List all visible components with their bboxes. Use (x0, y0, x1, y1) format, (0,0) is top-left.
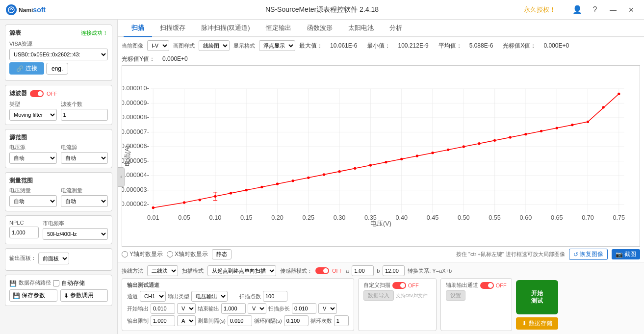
filter-type-select[interactable]: Moving filter (9, 109, 57, 121)
minimize-button[interactable]: — (606, 4, 620, 16)
source-range-section: 源范围 电压源 自动 电流源 自动 (5, 129, 112, 168)
svg-point-78 (540, 130, 542, 132)
visa-select[interactable]: USB0::0x05E6::0x2602::43: (9, 49, 108, 60)
aux-channel-toggle[interactable] (480, 282, 494, 289)
save-params-button[interactable]: 💾 保存参数 (9, 289, 57, 302)
current-measure-select[interactable]: 自动 (61, 195, 108, 207)
filter-count-input[interactable] (61, 109, 108, 121)
scan-step-input[interactable] (292, 303, 316, 314)
svg-text:0.55: 0.55 (489, 214, 501, 221)
static-button[interactable]: 静态 (212, 249, 232, 259)
start-output-label: 开始输出 (127, 305, 149, 312)
bottom-row1: 接线方法 二线法 扫描模式 从起点到终点单向扫描 传感器模式： OFF a b … (122, 265, 640, 276)
screenshot-button[interactable]: 📷 截图 (612, 249, 640, 259)
tab-scan[interactable]: 扫描 (124, 20, 152, 37)
svg-point-56 (199, 199, 201, 201)
sensor-b-label: b (377, 268, 380, 274)
svg-point-60 (260, 186, 263, 188)
output-limit-input[interactable] (151, 315, 175, 326)
y-log-radio[interactable] (122, 251, 128, 257)
display-label: 显示格式 (233, 42, 255, 50)
chart-toolbar: 当前图像 I-V 画图样式 线绘图 显示格式 浮点显示 最大值： 10.061E… (122, 40, 640, 63)
save-data-label: 数据存储 (529, 319, 552, 328)
svg-text:0.70: 0.70 (582, 214, 594, 221)
auto-save-row: 自动存储 (53, 279, 85, 287)
freq-col: 市电频率 50Hz/400Hz (43, 220, 108, 240)
aux-set-row: 设置 (446, 290, 507, 301)
channel-panel-title: 输出测试通道 (127, 282, 349, 289)
wiring-select[interactable]: 二线法 (147, 265, 178, 276)
channel-panel: 输出测试通道 通道 CH1 输出类型 电压输出 扫描点数 (122, 278, 354, 331)
svg-point-66 (354, 167, 356, 170)
sensor-a-input[interactable] (352, 265, 374, 276)
tab-constant-output[interactable]: 恒定输出 (258, 20, 299, 37)
nplc-section: NPLC 市电频率 50Hz/400Hz (5, 215, 112, 244)
svg-text:0.65: 0.65 (551, 214, 563, 221)
scan-step-unit-select[interactable]: V (318, 303, 337, 314)
tab-analysis[interactable]: 分析 (382, 20, 410, 37)
avg-label: 平均值： (438, 42, 462, 49)
voltage-source-select[interactable]: 自动 (9, 152, 57, 164)
freq-select[interactable]: 50Hz/400Hz (43, 228, 108, 240)
tab-solar[interactable]: 太阳电池 (340, 20, 382, 37)
output-type-select[interactable]: 电压输出 (191, 291, 228, 302)
channel-select[interactable]: CH1 (140, 291, 166, 302)
svg-point-55 (183, 201, 185, 204)
aux-set-button[interactable]: 设置 (446, 290, 465, 301)
current-source-select[interactable]: 自动 (61, 152, 108, 164)
voltage-measure-select[interactable]: 自动 (9, 195, 57, 207)
tab-wave[interactable]: 函数波形 (299, 20, 340, 37)
restore-button[interactable]: ↺ 恢复图像 (569, 249, 608, 260)
help-icon[interactable]: ? (588, 3, 602, 17)
display-select[interactable]: 浮点显示 (259, 40, 295, 51)
sensor-toggle[interactable] (315, 267, 329, 274)
filter-toggle[interactable] (30, 90, 44, 97)
end-unit-select[interactable]: V (248, 303, 266, 314)
measure-interval-input[interactable] (228, 315, 252, 326)
auto-save-checkbox[interactable] (53, 280, 59, 286)
style-select[interactable]: 线绘图 (199, 40, 230, 51)
visa-label: VISA资源 (9, 40, 108, 48)
svg-point-71 (431, 152, 434, 154)
eng-button[interactable]: eng. (46, 63, 68, 75)
cursor-x: 光标值X值： 0.000E+0 (503, 42, 575, 50)
end-output-input[interactable] (221, 303, 246, 314)
connect-button[interactable]: 🔗 连接 (9, 62, 44, 75)
output-limit-unit-select[interactable]: A (177, 315, 196, 326)
scan-mode-select[interactable]: 从起点到终点单向扫描 (207, 265, 276, 276)
current-image-select[interactable]: I-V (147, 40, 169, 51)
sensor-b-input[interactable] (383, 265, 405, 276)
custom-scan-toggle[interactable] (392, 282, 406, 289)
loop-interval-input[interactable] (284, 315, 309, 326)
start-output-input[interactable] (151, 303, 175, 314)
chart-area[interactable]: 0.000010- 0.000009- 0.000008- 0.000007- … (122, 65, 640, 247)
close-button[interactable]: ✕ (624, 4, 638, 16)
svg-point-83 (618, 93, 620, 95)
wiring-label: 接线方法 (122, 267, 143, 275)
y-log-radio-label[interactable]: Y轴对数显示 (122, 250, 163, 258)
x-log-radio-label[interactable]: X轴对数显示 (167, 250, 208, 258)
scan-points-input[interactable] (263, 291, 287, 302)
svg-point-62 (292, 180, 294, 182)
loop-count-input[interactable] (334, 315, 349, 326)
user-icon[interactable]: 👤 (570, 3, 584, 17)
output-type-label: 输出类型 (168, 293, 189, 300)
svg-point-59 (245, 189, 248, 191)
chart-container: 当前图像 I-V 画图样式 线绘图 显示格式 浮点显示 最大值： 10.061E… (118, 37, 644, 262)
svg-point-81 (587, 121, 589, 123)
start-unit-select[interactable]: V (177, 303, 196, 314)
tab-pulse-scan[interactable]: 脉冲扫描(双通道) (193, 20, 258, 37)
nplc-input[interactable] (9, 227, 39, 238)
custom-scan-label: 自定义扫描 (363, 282, 390, 289)
tab-scan-cache[interactable]: 扫描缓存 (152, 20, 193, 37)
load-params-button[interactable]: ⬇ 参数调用 (60, 289, 108, 302)
import-data-button[interactable]: 数据导入 (363, 290, 394, 301)
x-log-radio[interactable] (167, 251, 173, 257)
svg-text:0.45: 0.45 (427, 214, 439, 221)
svg-point-80 (571, 124, 573, 126)
output-panel-select[interactable]: 前面板 (38, 253, 69, 264)
collapse-button[interactable]: ‹ (118, 167, 125, 187)
start-test-button[interactable]: 开始 测试 (516, 280, 558, 314)
svg-point-69 (400, 158, 403, 160)
save-data-button[interactable]: ⬇ 数据存储 (516, 317, 558, 330)
